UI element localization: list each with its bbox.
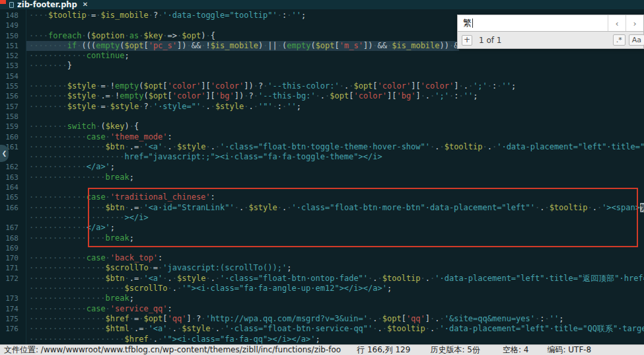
- code-line[interactable]: 169: [0, 243, 644, 253]
- find-next-button[interactable]: ›: [626, 15, 643, 31]
- line-number[interactable]: 150: [0, 31, 26, 41]
- code-line[interactable]: 167············</a>';: [0, 223, 644, 233]
- code-token: $scrollTo: [125, 284, 168, 293]
- tab-zib-footer[interactable]: zib-footer.php ✕: [9, 0, 88, 9]
- line-number[interactable]: 151: [0, 41, 26, 51]
- code-token: ·: [421, 274, 425, 283]
- code-text: [26, 20, 29, 30]
- code-line[interactable]: 152············continue;: [0, 51, 644, 61]
- code-line[interactable]: ····················$href·.·'"><i·class=…: [0, 335, 644, 344]
- code-line[interactable]: 162············</a>';: [0, 162, 644, 172]
- line-number[interactable]: 152: [0, 51, 26, 61]
- code-line[interactable]: 160············case·'theme_mode':: [0, 132, 644, 142]
- history-versions-button[interactable]: 历史版本: 5份: [430, 344, 480, 355]
- line-number[interactable]: 158: [0, 112, 26, 122]
- line-number[interactable]: 168: [0, 233, 26, 243]
- code-line[interactable]: 176················$html·.=·'<a'·.·$styl…: [0, 324, 644, 334]
- line-number[interactable]: 165: [0, 192, 26, 202]
- code-line[interactable]: 161················$btn·.=·'<a'·.·$style…: [0, 142, 644, 152]
- line-number[interactable]: 176: [0, 324, 26, 334]
- code-line[interactable]: 157········$style·=·$style·?·'·style="'·…: [0, 102, 644, 112]
- code-token: ;: [473, 91, 478, 100]
- code-token: ·: [106, 102, 110, 111]
- code-line[interactable]: 165············case·'traditional_chinese…: [0, 192, 644, 202]
- code-token: ·: [340, 81, 344, 91]
- line-number[interactable]: 174: [0, 304, 26, 314]
- line-number[interactable]: 159: [0, 122, 26, 132]
- code-line[interactable]: 156········$style·.=·!empty($opt['color'…: [0, 91, 644, 101]
- code-token: ·: [106, 132, 110, 141]
- line-number[interactable]: 162: [0, 162, 26, 172]
- code-line[interactable]: 168················break;: [0, 233, 644, 243]
- code-line[interactable]: ····················href="javascript:;">…: [0, 152, 644, 162]
- code-line[interactable]: 174············case·'service_qq':: [0, 304, 644, 314]
- code-line[interactable]: 170············case·'back_top':: [0, 253, 644, 263]
- code-line[interactable]: 171················$scrollTo·=·'javascri…: [0, 263, 644, 273]
- code-line[interactable]: 172················$btn·.=·'<a'·.·$style…: [0, 274, 644, 284]
- code-line[interactable]: 166················$btn·.=·'<a·id="Stran…: [0, 203, 644, 213]
- indent-spaces-setting[interactable]: 空格: 4: [503, 344, 529, 355]
- line-number[interactable]: 160: [0, 132, 26, 142]
- line-number[interactable]: 171: [0, 263, 26, 273]
- code-token: $scrollTo: [106, 263, 149, 272]
- encoding-setting[interactable]: 编码: UTF-8: [547, 344, 591, 355]
- code-token: ·: [125, 31, 129, 40]
- code-rows[interactable]: 148····$tooltip·=·$is_mobile·?·'·data-to…: [0, 11, 644, 344]
- line-number[interactable]: 157: [0, 102, 26, 112]
- code-token: $tooltip: [550, 203, 588, 212]
- code-token: ·: [254, 102, 258, 111]
- code-token: ·: [162, 31, 167, 40]
- line-number[interactable]: 167: [0, 223, 26, 233]
- case-sensitive-toggle[interactable]: Aa: [629, 34, 644, 46]
- chevron-left-icon: ❮: [2, 150, 7, 157]
- code-line[interactable]: 158: [0, 112, 644, 122]
- regex-toggle[interactable]: .*: [613, 34, 626, 46]
- line-number[interactable]: 172: [0, 274, 26, 284]
- code-line[interactable]: 159········switch·($key)·{: [0, 122, 644, 132]
- code-text: ············</a>';: [26, 223, 115, 233]
- code-line[interactable]: 163················break;: [0, 173, 644, 182]
- line-number[interactable]: 148: [0, 11, 26, 20]
- line-number[interactable]: 155: [0, 81, 26, 91]
- line-number[interactable]: 173: [0, 294, 26, 303]
- line-number[interactable]: 169: [0, 243, 26, 253]
- code-token: ·: [378, 314, 382, 323]
- line-number[interactable]: 163: [0, 173, 26, 182]
- code-token: ·: [129, 122, 134, 131]
- code-token: $style: [177, 274, 205, 283]
- line-number[interactable]: 170: [0, 253, 26, 263]
- code-line[interactable]: 164: [0, 182, 644, 192]
- find-previous-button[interactable]: ‹: [608, 15, 626, 31]
- code-editor[interactable]: 148····$tooltip·=·$is_mobile·?·'·data-to…: [0, 9, 644, 355]
- line-number[interactable]: [0, 284, 26, 294]
- code-line[interactable]: ····················$scrollTo·.·'"><i·cl…: [0, 284, 644, 294]
- line-number[interactable]: 153: [0, 61, 26, 71]
- line-number[interactable]: 164: [0, 182, 26, 192]
- code-line[interactable]: 154: [0, 71, 644, 81]
- code-token: ·: [211, 102, 215, 111]
- line-number[interactable]: 166: [0, 203, 26, 213]
- code-line[interactable]: 153········}: [0, 61, 644, 71]
- code-token: $style: [177, 142, 205, 151]
- line-number[interactable]: 154: [0, 71, 26, 81]
- code-line[interactable]: 175················$href·=·$opt['qq']·?·…: [0, 314, 644, 324]
- code-text: ········switch·($key)·{: [26, 122, 139, 132]
- code-token: ············: [29, 223, 87, 232]
- line-number[interactable]: 149: [0, 20, 26, 30]
- code-token: '': [550, 314, 559, 323]
- line-number[interactable]: 156: [0, 91, 26, 101]
- code-line[interactable]: ····················></i>: [0, 213, 644, 223]
- line-number[interactable]: [0, 335, 26, 344]
- code-token: ·: [106, 304, 110, 313]
- code-token: ·: [544, 203, 549, 212]
- line-number[interactable]: [0, 213, 26, 223]
- line-number[interactable]: 175: [0, 314, 26, 324]
- close-tab-icon[interactable]: ✕: [83, 0, 88, 9]
- toggle-replace-button[interactable]: +: [462, 35, 472, 46]
- search-input[interactable]: 繁: [458, 15, 608, 31]
- code-line[interactable]: 173················break;: [0, 294, 644, 303]
- code-token: if: [67, 41, 77, 50]
- code-token: 'service_qq': [110, 304, 168, 313]
- code-line[interactable]: 155········$style·=·!empty($opt['color']…: [0, 81, 644, 91]
- code-token: '<a·id="StranLink"': [143, 203, 234, 212]
